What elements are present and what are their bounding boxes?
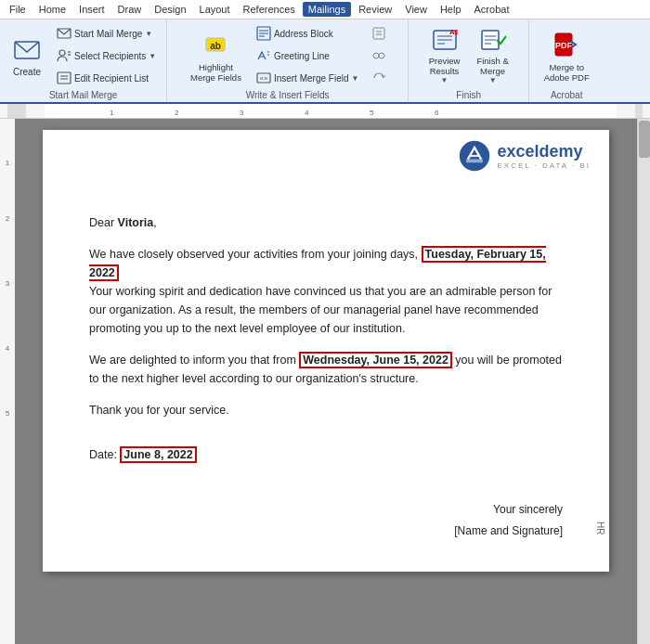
select-recipients-button[interactable]: Select Recipients ▼ xyxy=(52,45,161,66)
write-insert-content: ab HighlightMerge Fields Address Block xyxy=(184,23,391,88)
logo-area: exceldemy EXCEL · DATA · BI xyxy=(458,139,591,173)
insert-merge-field-dropdown: ▼ xyxy=(351,74,358,83)
dear-text: Dear xyxy=(89,216,118,229)
logo-sub: EXCEL · DATA · BI xyxy=(497,161,591,170)
select-recipients-dropdown: ▼ xyxy=(149,52,156,60)
menu-layout[interactable]: Layout xyxy=(194,2,236,17)
paragraph-1: We have closely observed your activities… xyxy=(89,245,563,338)
greeting-line-icon xyxy=(256,48,271,63)
menu-help[interactable]: Help xyxy=(435,2,467,17)
para1-end: Your working spirit and dedication have … xyxy=(89,285,552,335)
mail-merge-icon xyxy=(57,26,72,41)
svg-text:4: 4 xyxy=(305,109,309,117)
ribbon-group-acrobat: PDF Merge toAdobe PDF Acrobat xyxy=(529,19,604,102)
menu-acrobat[interactable]: Acrobat xyxy=(469,2,515,17)
menu-view[interactable]: View xyxy=(399,2,433,17)
merge-to-pdf-label: Merge toAdobe PDF xyxy=(544,62,590,83)
document-body: Dear Vitoria, We have closely observed y… xyxy=(89,213,563,540)
menu-file[interactable]: File xyxy=(4,2,32,17)
svg-point-23 xyxy=(379,53,384,58)
write-insert-group-label: Write & Insert Fields xyxy=(246,88,330,100)
address-block-label: Address Block xyxy=(274,29,333,39)
edit-recipient-list-button[interactable]: Edit Recipient List xyxy=(52,68,161,88)
merge-to-pdf-button[interactable]: PDF Merge toAdobe PDF xyxy=(538,23,596,88)
acrobat-content: PDF Merge toAdobe PDF xyxy=(538,23,596,88)
greeting-line: Dear Vitoria, xyxy=(89,213,563,232)
svg-text:ab: ab xyxy=(211,41,222,51)
thank-you-para: Thank you for your service. xyxy=(89,401,563,419)
finish-group-label: Finish xyxy=(456,88,481,100)
thank-you-text: Thank you for your service. xyxy=(89,404,229,417)
svg-point-2 xyxy=(59,50,65,56)
menu-design[interactable]: Design xyxy=(149,2,191,17)
highlight-merge-fields-button[interactable]: ab HighlightMerge Fields xyxy=(184,23,248,88)
recipients-icon xyxy=(57,48,72,63)
scrollbar[interactable] xyxy=(637,119,650,644)
ribbon-group-write-insert: ab HighlightMerge Fields Address Block xyxy=(167,19,409,102)
preview-results-button[interactable]: ABC PreviewResults ▼ xyxy=(422,23,467,88)
ribbon: Create Start Mail Merge ▼ xyxy=(0,19,650,104)
address-block-button[interactable]: Address Block xyxy=(252,23,364,44)
insert-merge-field-icon: «» xyxy=(256,71,271,85)
signature-block: Your sincerely [Name and Signature] xyxy=(89,501,563,540)
preview-results-label: PreviewResults xyxy=(429,56,461,76)
match-fields-icon xyxy=(371,48,386,63)
menu-draw[interactable]: Draw xyxy=(112,2,148,17)
greeting-line-button[interactable]: Greeting Line xyxy=(252,45,364,66)
svg-rect-51 xyxy=(466,160,483,163)
extra-buttons-col xyxy=(367,23,391,88)
svg-rect-5 xyxy=(58,72,71,84)
para2-start: We are delighted to inform you that from xyxy=(89,354,299,367)
ribbon-group-content: Create Start Mail Merge ▼ xyxy=(6,23,161,88)
insert-fields-col: Address Block Greeting Line «» xyxy=(252,23,364,88)
highlight-label: HighlightMerge Fields xyxy=(190,62,241,83)
svg-text:3: 3 xyxy=(6,279,10,288)
greeting-line-label: Greeting Line xyxy=(274,51,330,61)
ribbon-group-preview: ABC PreviewResults ▼ Finish &Merge xyxy=(409,19,529,102)
svg-text:PDF: PDF xyxy=(555,41,573,50)
menu-home[interactable]: Home xyxy=(33,2,72,17)
closing-text: Your sincerely xyxy=(89,501,563,519)
ribbon-group-start-mail-merge: Create Start Mail Merge ▼ xyxy=(0,19,167,102)
menu-bar: File Home Insert Draw Design Layout Refe… xyxy=(0,0,650,19)
svg-text:5: 5 xyxy=(6,409,10,418)
create-button[interactable]: Create xyxy=(6,23,48,88)
match-fields-button[interactable] xyxy=(367,45,391,66)
menu-mailings[interactable]: Mailings xyxy=(303,2,351,17)
svg-text:2: 2 xyxy=(6,214,10,223)
update-labels-button[interactable] xyxy=(367,68,391,88)
edit-recipient-list-label: Edit Recipient List xyxy=(74,73,149,84)
svg-text:«»: «» xyxy=(259,74,267,83)
finish-merge-dropdown: ▼ xyxy=(489,76,497,84)
svg-rect-43 xyxy=(0,119,15,644)
finish-merge-button[interactable]: Finish &Merge ▼ xyxy=(470,23,514,88)
svg-text:ABC: ABC xyxy=(449,28,458,36)
insert-merge-field-button[interactable]: «» Insert Merge Field ▼ xyxy=(252,68,364,88)
finish-merge-label: Finish &Merge xyxy=(476,56,508,76)
svg-rect-35 xyxy=(45,104,617,119)
para1-start: We have closely observed your activities… xyxy=(89,248,422,261)
start-mail-merge-button[interactable]: Start Mail Merge ▼ xyxy=(52,23,161,44)
preview-icon: ABC xyxy=(430,27,460,53)
paragraph-2: We are delighted to inform you that from… xyxy=(89,351,563,388)
rules-icon xyxy=(371,26,386,41)
logo-icon xyxy=(458,139,491,173)
start-mail-merge-dropdown: ▼ xyxy=(145,30,152,38)
logo-name: exceldemy xyxy=(497,142,591,161)
menu-review[interactable]: Review xyxy=(353,2,397,17)
svg-point-22 xyxy=(373,53,379,58)
svg-text:5: 5 xyxy=(370,109,374,117)
acrobat-group-label: Acrobat xyxy=(551,88,582,100)
preview-results-dropdown: ▼ xyxy=(441,76,448,84)
menu-references[interactable]: References xyxy=(238,2,301,17)
date-line: Date: June 8, 2022 xyxy=(89,445,563,464)
date-highlight-2: Wednesday, June 15, 2022 xyxy=(299,352,452,368)
highlight-icon: ab xyxy=(201,30,230,59)
doc-area: 1 2 3 4 5 exceldemy EXCEL · DATA · BI xyxy=(0,119,650,644)
pdf-icon: PDF xyxy=(552,30,581,59)
menu-insert[interactable]: Insert xyxy=(73,2,110,17)
mail-merge-buttons-col: Start Mail Merge ▼ Select Recipients ▼ xyxy=(52,23,161,88)
document-page: exceldemy EXCEL · DATA · BI Dear Vitoria… xyxy=(43,130,609,572)
hr-label: HR xyxy=(595,522,605,535)
rules-button[interactable] xyxy=(367,23,391,44)
